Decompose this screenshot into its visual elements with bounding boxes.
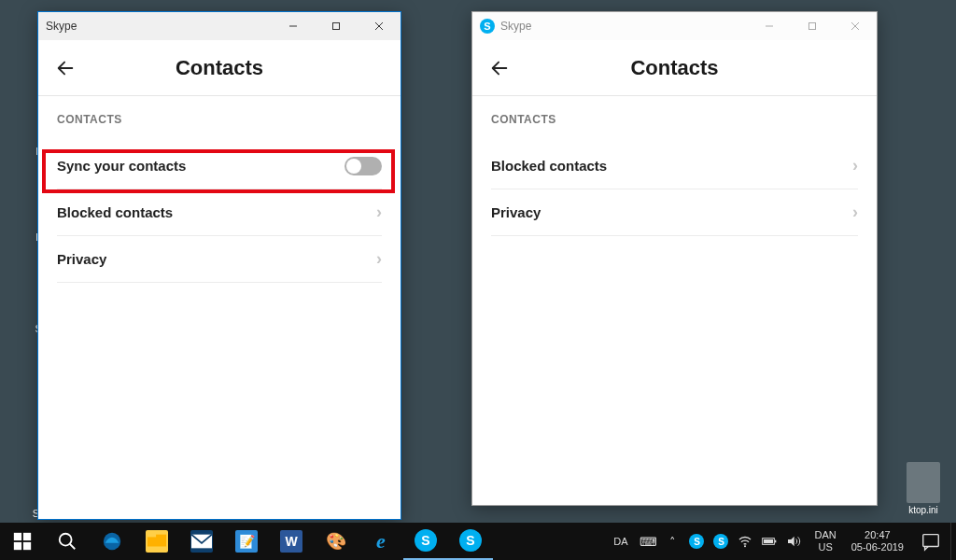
- palette-icon: 🎨: [326, 531, 346, 552]
- taskbar-app-paint[interactable]: 🎨: [314, 523, 358, 560]
- system-tray: ⌨ ˄ S S: [635, 523, 807, 560]
- taskbar: 📝 W 🎨 e S S DA ⌨ ˄ S S DAN US 20:47: [0, 523, 956, 560]
- taskbar-app-word[interactable]: W: [269, 523, 314, 560]
- skype-window-right: S Skype Contacts CONTACTS Blocked contac…: [471, 11, 878, 506]
- svg-rect-8: [14, 533, 21, 540]
- row-blocked-contacts[interactable]: Blocked contacts ›: [57, 189, 382, 236]
- window-title: Skype: [46, 20, 77, 33]
- svg-rect-21: [764, 539, 773, 543]
- back-button[interactable]: [484, 52, 515, 84]
- titlebar[interactable]: S Skype: [472, 12, 877, 40]
- svg-rect-16: [148, 532, 156, 538]
- row-privacy[interactable]: Privacy ›: [57, 236, 382, 283]
- svg-point-18: [744, 545, 746, 547]
- tray-expand-icon[interactable]: ˄: [665, 534, 680, 549]
- window-content: Contacts CONTACTS Blocked contacts › Pri…: [472, 40, 877, 505]
- search-button[interactable]: [45, 523, 90, 560]
- maximize-button[interactable]: [791, 12, 834, 40]
- file-label: ktop.ini: [908, 505, 938, 515]
- row-label: Blocked contacts: [57, 204, 376, 220]
- section-header: CONTACTS: [57, 113, 382, 126]
- taskbar-app-skype-2[interactable]: S: [448, 523, 493, 560]
- chevron-right-icon: ›: [852, 156, 858, 175]
- svg-rect-5: [809, 23, 816, 30]
- svg-rect-9: [23, 533, 31, 540]
- row-privacy[interactable]: Privacy ›: [491, 189, 858, 236]
- row-label: Blocked contacts: [491, 158, 852, 174]
- taskbar-clock[interactable]: 20:47 05-06-2019: [844, 523, 911, 560]
- file-icon: [907, 462, 940, 503]
- contacts-section: CONTACTS Sync your contacts Blocked cont…: [38, 96, 401, 283]
- row-label: Privacy: [57, 251, 376, 267]
- row-blocked-contacts[interactable]: Blocked contacts ›: [491, 143, 858, 189]
- taskbar-app-ie[interactable]: e: [358, 523, 403, 560]
- svg-line-13: [70, 544, 76, 550]
- svg-marker-22: [788, 537, 794, 547]
- wifi-icon[interactable]: [738, 534, 752, 549]
- notifications-button[interactable]: [911, 523, 950, 560]
- keyboard-icon[interactable]: ⌨: [640, 534, 655, 549]
- taskbar-app-mail[interactable]: [179, 523, 224, 560]
- window-content: Contacts CONTACTS Sync your contacts Blo…: [38, 40, 401, 519]
- taskbar-language-short[interactable]: DA: [606, 523, 635, 560]
- battery-icon[interactable]: [762, 534, 777, 549]
- start-button[interactable]: [0, 523, 45, 560]
- chevron-right-icon: ›: [852, 203, 858, 222]
- taskbar-app-skype-1[interactable]: S: [403, 523, 448, 560]
- taskbar-app-notes[interactable]: 📝: [224, 523, 269, 560]
- titlebar[interactable]: Skype: [38, 12, 401, 40]
- contacts-section: CONTACTS Blocked contacts › Privacy ›: [472, 96, 877, 236]
- page-title: Contacts: [515, 56, 834, 80]
- tray-skype-icon[interactable]: S: [689, 534, 704, 549]
- svg-rect-20: [775, 540, 776, 543]
- chevron-right-icon: ›: [376, 203, 382, 222]
- maximize-button[interactable]: [315, 12, 358, 40]
- svg-point-12: [60, 534, 72, 546]
- close-button[interactable]: [834, 12, 877, 40]
- desktop-file[interactable]: ktop.ini: [900, 462, 947, 515]
- row-label: Privacy: [491, 204, 852, 220]
- volume-icon[interactable]: [786, 534, 801, 549]
- show-desktop-button[interactable]: [950, 523, 956, 560]
- page-header: Contacts: [38, 40, 401, 96]
- close-button[interactable]: [358, 12, 401, 40]
- skype-window-left: Skype Contacts CONTACTS Sync your contac…: [37, 11, 401, 520]
- row-sync-contacts[interactable]: Sync your contacts: [57, 143, 382, 189]
- skype-icon: S: [480, 19, 495, 34]
- minimize-button[interactable]: [748, 12, 791, 40]
- taskbar-language-stack[interactable]: DAN US: [807, 523, 843, 560]
- svg-rect-10: [14, 542, 21, 550]
- taskbar-app-edge[interactable]: [90, 523, 134, 560]
- minimize-button[interactable]: [272, 12, 315, 40]
- section-header: CONTACTS: [491, 113, 858, 126]
- svg-rect-1: [333, 23, 340, 30]
- svg-rect-23: [923, 535, 939, 547]
- taskbar-app-explorer[interactable]: [134, 523, 179, 560]
- page-header: Contacts: [472, 40, 877, 96]
- page-title: Contacts: [81, 56, 358, 80]
- window-title: Skype: [500, 20, 531, 33]
- tray-skype-icon[interactable]: S: [713, 534, 728, 549]
- sync-toggle[interactable]: [344, 157, 382, 175]
- row-label: Sync your contacts: [57, 158, 344, 174]
- back-button[interactable]: [49, 52, 81, 84]
- chevron-right-icon: ›: [376, 249, 382, 269]
- svg-rect-11: [23, 542, 31, 550]
